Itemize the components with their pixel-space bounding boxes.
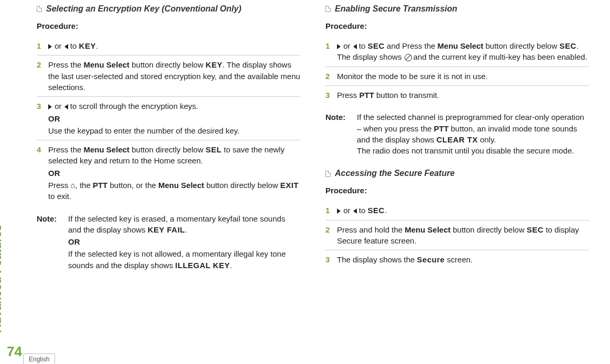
- note-body: If the selected channel is preprogrammed…: [357, 112, 589, 156]
- home-icon: ⌂: [71, 180, 75, 191]
- step-number: 2: [37, 59, 41, 70]
- nav-right-icon: [337, 44, 341, 49]
- step: 2 Monitor the mode to be sure it is not …: [325, 67, 589, 86]
- step-text: or to KEY.: [48, 40, 300, 51]
- left-column: Selecting an Encryption Key (Conventiona…: [37, 3, 300, 271]
- step-text: Press and hold the Menu Select button di…: [337, 224, 589, 247]
- step-text: Press the Menu Select button directly be…: [48, 144, 300, 202]
- step-number: 2: [325, 71, 330, 82]
- step-number: 1: [325, 205, 330, 216]
- nav-right-icon: [337, 208, 341, 214]
- procedure-label: Procedure:: [37, 20, 300, 31]
- section-heading: Enabling Secure Transmission: [325, 3, 589, 15]
- topic-icon: [325, 171, 331, 177]
- step-text: or to scroll through the encryption keys…: [48, 101, 300, 136]
- note-label: Note:: [37, 213, 62, 271]
- step: 4 Press the Menu Select button directly …: [37, 140, 300, 205]
- note-label: Note:: [325, 112, 351, 156]
- language-tab: English: [23, 354, 55, 364]
- note-body: If the selected key is erased, a momenta…: [68, 213, 300, 271]
- nav-left-icon: [64, 104, 68, 109]
- step-number: 3: [37, 101, 41, 112]
- step: 1 or to SEC and Press the Menu Select bu…: [325, 37, 589, 67]
- procedure-steps: 1 or to SEC. 2 Press and hold the Menu S…: [325, 201, 589, 269]
- step: 2 Press the Menu Select button directly …: [37, 56, 300, 97]
- nav-left-icon: [353, 44, 357, 49]
- note-block: Note: If the selected key is erased, a m…: [37, 213, 300, 271]
- section-title: Enabling Secure Transmission: [335, 3, 458, 15]
- step-number: 1: [37, 40, 41, 51]
- procedure-label: Procedure:: [325, 185, 589, 196]
- section-heading: Accessing the Secure Feature: [325, 168, 589, 180]
- procedure-label: Procedure:: [325, 20, 589, 31]
- step: 3 The display shows the Secure screen.: [325, 250, 589, 269]
- manual-page: Advanced Features 74 English Selecting a…: [0, 0, 610, 364]
- step-text: Monitor the mode to be sure it is not in…: [337, 71, 589, 82]
- step-text: Press PTT button to transmit.: [337, 90, 589, 101]
- content-columns: Selecting an Encryption Key (Conventiona…: [37, 0, 589, 271]
- nav-left-icon: [353, 208, 357, 214]
- topic-icon: [325, 6, 331, 12]
- unsecure-icon: [404, 53, 411, 61]
- step: 1 or to KEY.: [37, 37, 300, 56]
- nav-right-icon: [48, 104, 52, 109]
- section-title: Accessing the Secure Feature: [335, 168, 455, 180]
- procedure-steps: 1 or to SEC and Press the Menu Select bu…: [325, 37, 589, 104]
- step-number: 2: [325, 224, 330, 235]
- step-number: 1: [325, 40, 330, 51]
- step-number: 4: [37, 144, 41, 155]
- step-text: or to SEC and Press the Menu Select butt…: [337, 40, 589, 63]
- right-column: Enabling Secure Transmission Procedure: …: [325, 3, 589, 271]
- step: 3 or to scroll through the encryption ke…: [37, 97, 300, 140]
- step-number: 3: [325, 90, 330, 101]
- step: 1 or to SEC.: [325, 201, 589, 220]
- section-heading: Selecting an Encryption Key (Conventiona…: [37, 3, 300, 15]
- chapter-side-label: Advanced Features: [0, 225, 4, 333]
- nav-left-icon: [64, 44, 68, 49]
- step-text: The display shows the Secure screen.: [337, 254, 589, 265]
- step-number: 3: [325, 254, 330, 265]
- nav-right-icon: [48, 44, 52, 49]
- topic-icon: [37, 6, 42, 12]
- step: 2 Press and hold the Menu Select button …: [325, 220, 589, 251]
- procedure-steps: 1 or to KEY. 2 Press the Menu Select but…: [37, 37, 300, 206]
- page-number: 74: [7, 344, 22, 360]
- section-title: Selecting an Encryption Key (Conventiona…: [46, 3, 242, 15]
- step-text: Press the Menu Select button directly be…: [48, 59, 300, 93]
- step: 3 Press PTT button to transmit.: [325, 86, 589, 104]
- step-text: or to SEC.: [337, 205, 589, 216]
- note-block: Note: If the selected channel is preprog…: [325, 112, 589, 156]
